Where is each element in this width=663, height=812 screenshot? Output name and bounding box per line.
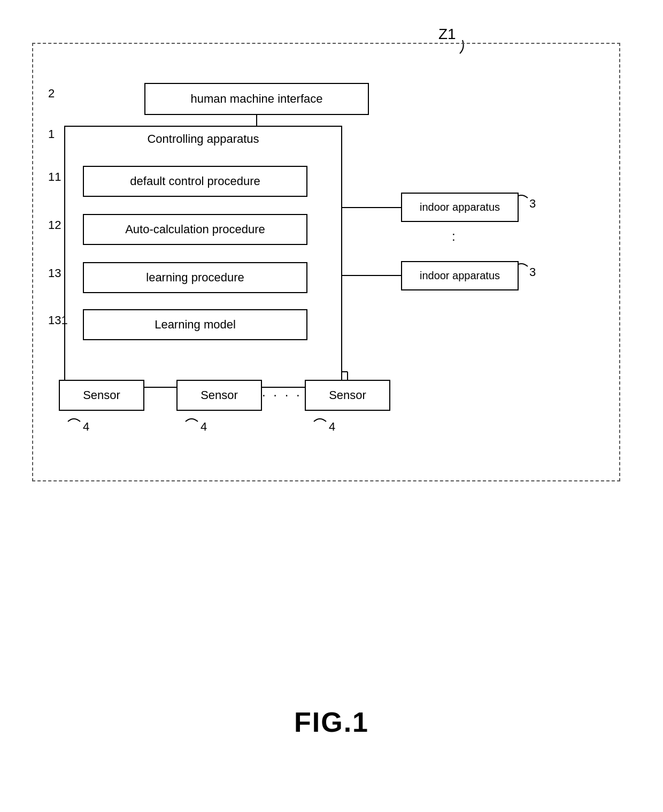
indoor-apparatus-text-2: indoor apparatus: [420, 270, 500, 282]
indoor-dots: :: [452, 229, 457, 244]
sensor-label-4-3: 4: [329, 420, 335, 434]
page: Z1 2 human machine interface Controlling…: [0, 0, 663, 812]
learning-proc-text: learning procedure: [146, 271, 244, 285]
sensor-dots: · · · ·: [262, 387, 302, 402]
indoor-apparatus-text-1: indoor apparatus: [420, 201, 500, 213]
indoor-apparatus-label-3-top: 3: [529, 197, 536, 211]
sensor-box-1: Sensor: [59, 380, 144, 411]
learning-model-text: Learning model: [155, 318, 236, 332]
default-proc-box: default control procedure: [83, 166, 307, 197]
hmi-box: human machine interface: [144, 83, 369, 115]
auto-calc-proc-box: Auto-calculation procedure: [83, 214, 307, 245]
sensor-box-3: Sensor: [305, 380, 390, 411]
learning-model-number-label: 131: [48, 313, 68, 327]
indoor-apparatus-box-2: indoor apparatus: [401, 261, 519, 290]
sensor-box-2: Sensor: [176, 380, 262, 411]
auto-calc-proc-text: Auto-calculation procedure: [125, 223, 265, 236]
hmi-text: human machine interface: [190, 92, 322, 106]
ctrl-number-label: 1: [48, 127, 55, 141]
z1-label: Z1: [438, 26, 456, 43]
hmi-number-label: 2: [48, 87, 55, 101]
sensor-text-2: Sensor: [201, 388, 238, 402]
ctrl-title: Controlling apparatus: [147, 132, 259, 146]
controlling-apparatus-box: Controlling apparatus: [64, 126, 342, 388]
figure-label: FIG.1: [294, 706, 369, 738]
sensor-label-4-2: 4: [201, 420, 207, 434]
indoor-apparatus-box-1: indoor apparatus: [401, 193, 519, 222]
learning-proc-number-label: 13: [48, 266, 61, 280]
sensor-label-4-1: 4: [83, 420, 89, 434]
indoor-apparatus-label-3-bottom: 3: [529, 265, 536, 279]
sensor-text-3: Sensor: [329, 388, 366, 402]
sensor-text-1: Sensor: [83, 388, 120, 402]
auto-calc-number-label: 12: [48, 218, 61, 232]
learning-model-box: Learning model: [83, 309, 307, 340]
default-proc-text: default control procedure: [130, 174, 260, 188]
learning-proc-box: learning procedure: [83, 262, 307, 293]
default-proc-number-label: 11: [48, 170, 61, 184]
